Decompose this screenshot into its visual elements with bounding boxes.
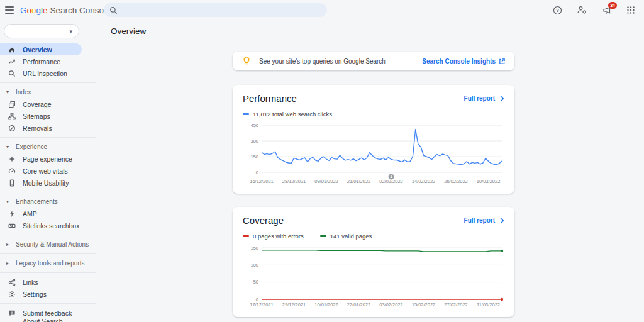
help-icon[interactable]: ? [552, 4, 563, 16]
caret-right-icon: ▸ [6, 242, 11, 247]
sidebar-divider [0, 303, 96, 304]
sidebar-divider [0, 192, 96, 192]
page-title: Overview [102, 20, 644, 42]
sidebar-item-page-experience[interactable]: Page experience [0, 153, 82, 165]
sidebar-item-mobile-usability[interactable]: Mobile Usability [0, 177, 82, 189]
sidebar-section-enhancements[interactable]: ▾Enhancements [0, 196, 98, 208]
topbar-search-input[interactable] [104, 3, 327, 17]
sidebar-nav: OverviewPerformanceURL inspection▾IndexC… [0, 43, 98, 322]
mobile-usability-icon [8, 179, 16, 187]
sidebar-section-label: Security & Manual Actions [16, 241, 89, 248]
main-content: Overview See your site's top queries on … [102, 20, 644, 322]
sitelinks-searchbox-icon [8, 222, 16, 230]
legend-label: 141 valid pages [330, 233, 372, 240]
sidebar-item-url-inspection[interactable]: URL inspection [0, 67, 82, 79]
svg-text:10/01/2022: 10/01/2022 [314, 302, 338, 308]
feedback-icon [8, 309, 16, 317]
external-link-icon [499, 58, 506, 65]
legend-label: 11,812 total web search clicks [253, 111, 332, 118]
apps-grid-icon[interactable] [625, 4, 636, 16]
sidebar-divider [0, 235, 96, 235]
performance-chart[interactable]: 015030045016/12/202128/12/202109/01/2022… [243, 121, 504, 187]
sidebar-section-label: Index [16, 89, 31, 96]
sidebar-section-security-and-manual-actions[interactable]: ▸Security & Manual Actions [0, 238, 98, 250]
svg-text:100: 100 [250, 262, 258, 268]
sidebar-item-core-web-vitals[interactable]: Core web vitals [0, 165, 82, 177]
app-title: Search Console [50, 6, 111, 15]
svg-text:17/12/2021: 17/12/2021 [250, 302, 274, 308]
chevron-right-icon [500, 218, 504, 224]
sidebar-section-index[interactable]: ▾Index [0, 86, 98, 98]
sidebar-item-label: Overview [23, 46, 52, 53]
chevron-right-icon [500, 96, 504, 102]
legend-item: 11,812 total web search clicks [243, 111, 332, 118]
performance-full-report-link[interactable]: Full report [464, 95, 504, 102]
sidebar-item-label: Coverage [23, 101, 52, 108]
svg-text:27/02/2022: 27/02/2022 [444, 302, 468, 308]
sidebar-item-label: Sitemaps [23, 113, 50, 120]
sidebar-item-amp[interactable]: AMP [0, 208, 82, 219]
legend-label: 0 pages with errors [253, 233, 304, 240]
performance-card-title: Performance [243, 93, 297, 104]
svg-text:0: 0 [256, 170, 258, 175]
sidebar-divider [0, 82, 96, 83]
sidebar-item-sitemaps[interactable]: Sitemaps [0, 110, 82, 122]
sidebar-item-label: Links [23, 279, 38, 286]
svg-text:29/12/2021: 29/12/2021 [282, 302, 306, 308]
links-icon [8, 279, 16, 286]
coverage-icon [8, 101, 16, 108]
svg-text:450: 450 [250, 123, 258, 128]
sidebar-section-label: Legacy tools and reports [16, 260, 85, 267]
url-inspection-icon [8, 70, 16, 77]
sidebar-item-about-search-console[interactable]: About Search Console [0, 319, 82, 322]
svg-text:150: 150 [250, 154, 258, 160]
coverage-card-title: Coverage [243, 215, 284, 226]
sidebar-item-settings[interactable]: Settings [0, 288, 82, 300]
notification-badge: 34 [608, 2, 617, 9]
topbar: Google Search Console ? 34 [0, 0, 644, 20]
caret-down-icon: ▾ [6, 89, 11, 95]
hamburger-menu-icon[interactable] [0, 0, 19, 20]
google-logo-text: Google [20, 6, 48, 15]
sidebar-divider [0, 272, 96, 273]
svg-text:03/02/2022: 03/02/2022 [379, 302, 403, 308]
chevron-down-icon: ▾ [69, 28, 72, 35]
sidebar-item-label: About Search Console [23, 318, 82, 322]
sidebar-item-coverage[interactable]: Coverage [0, 98, 82, 110]
svg-text:300: 300 [250, 138, 258, 144]
svg-text:11/03/2022: 11/03/2022 [477, 302, 500, 308]
sidebar-item-links[interactable]: Links [0, 276, 82, 288]
svg-text:10/03/2022: 10/03/2022 [477, 179, 501, 184]
sidebar-item-removals[interactable]: Removals [0, 122, 82, 134]
svg-text:09/01/2022: 09/01/2022 [314, 179, 338, 184]
content-column: See your site's top queries on Google Se… [233, 42, 514, 317]
sidebar-item-overview[interactable]: Overview [0, 43, 82, 55]
legend-item: 0 pages with errors [243, 233, 304, 240]
announcements-icon[interactable]: 34 [601, 4, 612, 16]
sidebar-section-label: Experience [16, 143, 47, 150]
sitemaps-icon [8, 113, 16, 120]
banner-text: See your site's top queries on Google Se… [259, 58, 386, 65]
sidebar-item-label: URL inspection [23, 70, 67, 77]
manage-accounts-icon[interactable] [576, 4, 587, 16]
lightbulb-icon [242, 56, 252, 66]
search-console-insights-link[interactable]: Search Console Insights [422, 58, 506, 65]
coverage-chart[interactable]: 05010015017/12/202129/12/202110/01/20222… [243, 243, 504, 311]
removals-icon [8, 125, 16, 132]
property-selector-dropdown[interactable]: ▾ [4, 24, 79, 38]
sidebar-item-performance[interactable]: Performance [0, 55, 82, 67]
legend-dash-icon [243, 235, 249, 237]
svg-text:16/12/2021: 16/12/2021 [250, 179, 274, 184]
sidebar-item-sitelinks-searchbox[interactable]: Sitelinks searchbox [0, 219, 82, 231]
sidebar-item-label: Core web vitals [23, 167, 68, 175]
sidebar-section-experience[interactable]: ▾Experience [0, 141, 98, 153]
coverage-full-report-link[interactable]: Full report [464, 217, 504, 224]
coverage-legend: 0 pages with errors141 valid pages [243, 233, 504, 240]
performance-card: Performance Full report 11,812 total web… [233, 85, 514, 194]
app-logo: Google Search Console [20, 6, 111, 15]
sidebar-item-label: Mobile Usability [23, 179, 69, 187]
caret-right-icon: ▸ [6, 260, 11, 266]
sidebar-divider [0, 253, 96, 254]
sidebar-section-legacy-tools-and-reports[interactable]: ▸Legacy tools and reports [0, 257, 98, 269]
core-web-vitals-icon [8, 167, 16, 175]
